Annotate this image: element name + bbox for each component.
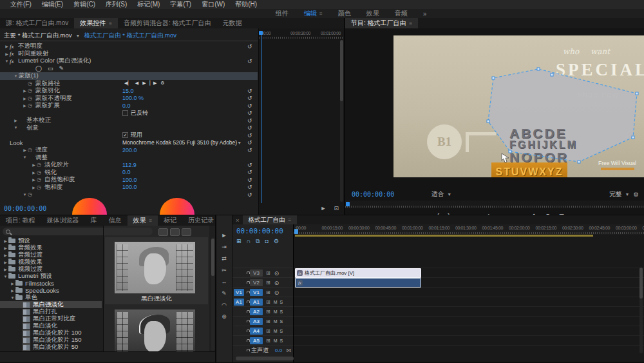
panel-menu-icon[interactable]: ≡	[149, 218, 153, 224]
track-target-A4[interactable]: A4	[250, 328, 263, 335]
scrollbar[interactable]	[211, 237, 214, 351]
fit-dropdown[interactable]: 适合 ▼	[431, 190, 451, 199]
stopwatch-icon[interactable]: ◷	[28, 191, 35, 197]
go-to-in-button[interactable]: ⇤	[459, 213, 464, 215]
param-value[interactable]: 112.9	[122, 162, 137, 168]
effect-controls-timecode[interactable]: 00:00:00:00	[4, 205, 46, 212]
twirl-icon[interactable]: ▶	[31, 162, 37, 167]
sync-lock-icon[interactable]: ⊞	[266, 270, 270, 276]
effects-bin-预设[interactable]: ▶预设	[0, 237, 102, 244]
playback-resolution-dropdown[interactable]: 完整 ▼	[610, 190, 630, 199]
add-marker-button[interactable]: ◘	[425, 213, 429, 215]
chevron-down-icon[interactable]: ▼	[76, 34, 80, 38]
tab-program[interactable]: 节目: 格式工厂自由 ≡	[345, 18, 418, 28]
effects-bin-Lumetri 预设[interactable]: ▼Lumetri 预设	[0, 273, 102, 280]
scrollbar[interactable]	[639, 268, 643, 353]
reset-param-icon[interactable]: ↺	[247, 191, 252, 198]
snap-toggle[interactable]: ∩	[247, 238, 251, 245]
twirl-icon[interactable]: ▶	[31, 177, 37, 182]
twirl-icon[interactable]: ▶	[10, 288, 15, 293]
lift-button[interactable]: ↥	[531, 213, 536, 215]
work-area-bar[interactable]	[295, 235, 593, 237]
effect-param-row[interactable]: ▶◷饱和度100.0↺	[0, 184, 258, 191]
twirl-icon[interactable]: ▶	[3, 267, 8, 271]
twirl-icon[interactable]: ▶	[3, 260, 8, 264]
panel-menu-icon[interactable]: ≡	[319, 11, 323, 17]
track-target-A1[interactable]: A1	[250, 299, 263, 306]
mute-track-button[interactable]: M	[274, 300, 278, 304]
solo-track-button[interactable]: S	[280, 338, 283, 343]
sync-lock-icon[interactable]: ⊞	[266, 299, 270, 305]
nest-toggle-icon[interactable]: ⊞	[236, 238, 242, 245]
workspace-overflow-icon[interactable]: »	[415, 9, 435, 18]
effect-controls-mini-timeline[interactable]: :00:0000:00:30:0000:01:00:00	[259, 28, 344, 215]
master-clip-selector[interactable]: 主要 * 格式工厂自由.mov	[4, 32, 72, 40]
mute-track-button[interactable]: M	[274, 329, 278, 333]
param-value[interactable]: 100.0 %	[122, 95, 144, 101]
program-playhead[interactable]	[346, 202, 350, 206]
keyframe-nav-icon[interactable]: ⋈	[286, 348, 291, 353]
reset-param-icon[interactable]: ↺	[247, 117, 252, 124]
panel-menu-icon[interactable]: ≡	[410, 21, 413, 26]
menu-item[interactable]: 字幕(T)	[165, 0, 196, 9]
program-timecode[interactable]: 00:00:00:00	[352, 191, 394, 198]
reset-param-icon[interactable]: ↺	[247, 147, 252, 153]
reset-param-icon[interactable]: ↺	[247, 43, 252, 50]
tab-库[interactable]: 库	[85, 215, 103, 226]
step-forward-button[interactable]: ►	[503, 213, 509, 215]
twirl-icon[interactable]: ▼	[22, 193, 28, 197]
reset-param-icon[interactable]: ↺	[247, 110, 252, 116]
sync-lock-icon[interactable]: ⊞	[266, 289, 270, 295]
effect-param-row[interactable]: ▼调整	[0, 154, 258, 162]
program-time-ruler[interactable]	[345, 201, 644, 208]
play-audio-button[interactable]: ►	[321, 205, 327, 211]
sync-lock-icon[interactable]: ⊞	[266, 280, 270, 286]
twirl-icon[interactable]: ▶	[3, 246, 8, 250]
workspace-tab-组件[interactable]: 组件	[268, 9, 296, 18]
stopwatch-icon[interactable]: ◷	[28, 103, 35, 108]
mute-track-button[interactable]: M	[274, 338, 278, 343]
mark-out-button[interactable]: }	[448, 213, 450, 215]
twirl-icon[interactable]: ▼	[4, 59, 10, 63]
twirl-icon[interactable]: ▶	[22, 96, 28, 101]
timeline-timecode[interactable]: 00:00:00:00	[236, 227, 283, 235]
track-lane-A3[interactable]	[294, 316, 644, 326]
track-lane-A4[interactable]	[294, 326, 644, 336]
param-value[interactable]: 15.0	[122, 88, 134, 94]
look-dropdown[interactable]: Monochrome Kodak 5205 Fuji 3510 (by Adob…	[122, 139, 241, 146]
playhead[interactable]	[259, 31, 263, 35]
effect-param-row[interactable]: ▼fxLumetri Color (黑白强淡化)↺	[0, 57, 258, 65]
effect-param-row[interactable]: ◯▭✎	[0, 65, 258, 73]
twirl-icon[interactable]: ▶	[4, 52, 10, 56]
solo-track-button[interactable]: S	[280, 309, 283, 314]
reset-param-icon[interactable]: ↺	[247, 169, 252, 175]
selection-tool[interactable]: ►	[222, 232, 227, 239]
stopwatch-icon[interactable]: ◷	[37, 170, 44, 175]
twirl-icon[interactable]: ▼	[3, 275, 8, 279]
track-target-V2[interactable]: V2	[250, 279, 263, 286]
menu-item[interactable]: 标记(M)	[132, 0, 165, 9]
reset-param-icon[interactable]: ↺	[247, 58, 252, 64]
track-mask-forward-icon[interactable]: ▶	[142, 81, 146, 86]
video-clip[interactable]: fx 格式工厂自由.mov [V]	[295, 268, 421, 278]
timeline-ruler[interactable]: :00:0000:00:15:0000:00:30:0000:00:45:000…	[294, 224, 644, 235]
yuv-effects-badge-icon[interactable]	[182, 228, 191, 236]
solo-track-button[interactable]: S	[280, 319, 283, 324]
mark-in-button[interactable]: {	[437, 213, 439, 215]
add-marker-button[interactable]: ◘	[265, 238, 268, 245]
reset-param-icon[interactable]: ↺	[247, 132, 252, 139]
slip-tool[interactable]: ↔	[222, 279, 227, 285]
mask-tracking-options-icon[interactable]: ⚙	[160, 81, 164, 86]
pen-tool[interactable]: ✎	[222, 290, 227, 297]
checkbox-现用[interactable]: ✓现用	[122, 131, 142, 139]
param-value[interactable]: 100.0	[122, 177, 137, 183]
tab-信息[interactable]: 信息	[103, 215, 128, 226]
effect-param-row[interactable]: ▼◷↺	[0, 191, 258, 199]
close-icon[interactable]: ×	[232, 217, 243, 224]
extract-button[interactable]: ↧	[545, 213, 550, 215]
reset-param-icon[interactable]: ↺	[247, 95, 252, 101]
param-value[interactable]: 100.0	[122, 184, 137, 190]
workspace-tab-颜色[interactable]: 颜色	[330, 9, 359, 18]
menu-item[interactable]: 剪辑(C)	[68, 0, 100, 9]
checkbox-已反转[interactable]: 已反转	[122, 109, 148, 117]
